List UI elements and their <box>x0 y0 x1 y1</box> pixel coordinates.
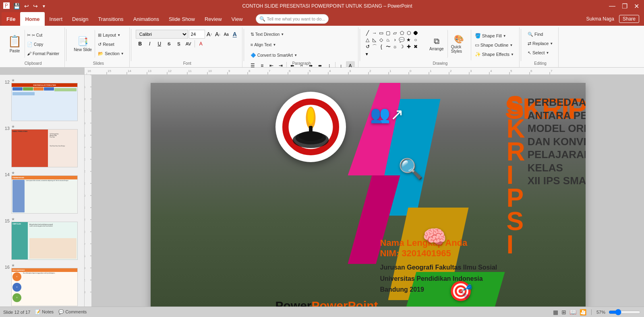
shape-trapezoid[interactable]: ⏢ <box>385 37 391 43</box>
tell-me-search[interactable]: 🔍 Tell me what you want to do... <box>256 14 329 24</box>
view-normal-icon[interactable]: ▦ <box>553 309 558 315</box>
menu-animations[interactable]: Animations <box>128 12 164 26</box>
menu-review[interactable]: Review <box>200 12 227 26</box>
slide-thumb-13[interactable]: 13 ★ HASIL PENELITIAN Uji HomogenitasAna… <box>2 124 83 168</box>
shape-triangle[interactable]: △ <box>364 37 371 43</box>
shape-diamond[interactable]: ◇ <box>378 37 385 43</box>
minimize-icon[interactable]: — <box>607 2 617 10</box>
slide-canvas[interactable]: 👥↗ 🔍 🧠 🎯 SK <box>151 83 586 307</box>
shape-rect[interactable]: ▭ <box>378 30 385 36</box>
paste-button[interactable]: 📋 Paste <box>5 30 25 58</box>
svg-text:7: 7 <box>269 69 271 73</box>
shape-rounded-rect[interactable]: ▢ <box>385 30 391 36</box>
shadow-button[interactable]: S <box>174 39 183 48</box>
section-button[interactable]: 📂 Section ▼ <box>96 49 126 58</box>
shape-connector[interactable]: ⌒ <box>371 43 378 50</box>
svg-text:7: 7 <box>85 110 85 113</box>
font-color-button[interactable]: A <box>197 39 205 48</box>
shape-curved-arrow[interactable]: ↺ <box>364 43 371 50</box>
replace-button[interactable]: ⇄ Replace ▼ <box>526 39 555 48</box>
font-name-select[interactable]: Calibri <box>136 30 188 39</box>
share-button[interactable]: Share <box>619 15 639 23</box>
menu-insert[interactable]: Insert <box>45 12 68 26</box>
format-painter-label: Format Painter <box>33 51 59 56</box>
menu-home[interactable]: Home <box>20 12 44 26</box>
menu-transitions[interactable]: Transitions <box>93 12 128 26</box>
shape-cross[interactable]: ✖ <box>412 43 419 50</box>
copy-button[interactable]: 📄 Copy <box>25 40 61 49</box>
shape-chevron[interactable]: › <box>392 37 398 43</box>
slide-star-12: ★ <box>11 78 78 82</box>
zoom-slider[interactable] <box>609 309 641 315</box>
slide-thumb-15[interactable]: 15 ★ SIMPULAN Ada perbedaan hasil pembel… <box>2 216 83 261</box>
view-presenter-icon[interactable]: 🎦 <box>580 309 586 315</box>
shape-moon[interactable]: ☽ <box>399 43 405 50</box>
shape-octagon[interactable]: ⯃ <box>412 30 419 36</box>
align-text-button[interactable]: ≡ Align Text ▼ <box>248 40 278 49</box>
restore-icon[interactable]: ❐ <box>620 2 629 10</box>
slide-thumb-16[interactable]: 16 ★ REKOMENDASI 01 02 03 Guru diharapka… <box>2 262 83 307</box>
slide-thumb-14[interactable]: 14 ★ PEMBAHASAN Lorem ipsum dolor sit am… <box>2 170 83 214</box>
font-size-increase[interactable]: A↑ <box>205 30 213 38</box>
layout-icon: ⊞ <box>98 33 101 38</box>
customize-quick-icon[interactable]: ▼ <box>41 3 47 9</box>
new-slide-button[interactable]: 📑 New Slide <box>71 30 95 58</box>
bold-button[interactable]: B <box>136 39 145 48</box>
menu-slideshow[interactable]: Slide Show <box>164 12 200 26</box>
text-direction-button[interactable]: ⇅ Text Direction ▼ <box>248 30 286 39</box>
convert-smartart-button[interactable]: 🔷 Convert to SmartArt ▼ <box>248 51 299 60</box>
slide-star-13: ★ <box>11 124 78 129</box>
shape-plus[interactable]: ✚ <box>406 43 412 50</box>
menu-file[interactable]: File <box>2 12 20 26</box>
shape-fill-button[interactable]: 🪣 Shape Fill ▼ <box>473 31 516 40</box>
save-quick-icon[interactable]: 💾 <box>12 2 21 10</box>
slides-group: 📑 New Slide ⊞ Layout ▼ ↺ Reset 📂 Section… <box>68 27 130 67</box>
main-layout: 12 ★ DIAGRAM ALUR PENELITIAN <box>0 75 644 307</box>
strikethrough-button[interactable]: S <box>165 39 174 48</box>
font-clear-format[interactable]: Aa <box>222 30 230 38</box>
format-painter-button[interactable]: 🖌 Format Painter <box>25 49 61 58</box>
font-size-input[interactable] <box>189 30 205 39</box>
close-icon[interactable]: ✕ <box>632 2 641 10</box>
notes-button[interactable]: 📝 Notes <box>35 309 54 315</box>
shape-outline-button[interactable]: ▭ Shape Outline ▼ <box>473 41 516 49</box>
reset-button[interactable]: ↺ Reset <box>96 40 126 49</box>
find-button[interactable]: 🔍 Find <box>526 30 555 39</box>
shape-line[interactable]: ╱ <box>364 30 371 36</box>
quick-styles-button[interactable]: 🎨 Quick Styles <box>448 30 470 58</box>
shape-sun[interactable]: ☼ <box>392 43 398 50</box>
user-name[interactable]: Sukma Naga <box>586 16 614 22</box>
svg-text:1: 1 <box>85 182 85 185</box>
view-slide-sorter-icon[interactable]: ⊞ <box>561 309 566 315</box>
menu-view[interactable]: View <box>227 12 248 26</box>
char-spacing-button[interactable]: AV <box>184 39 193 48</box>
tell-me-label[interactable]: Tell me what you want to do... <box>267 16 325 21</box>
shape-star[interactable]: ★ <box>406 37 412 43</box>
shape-hexagon[interactable]: ⬡ <box>406 30 412 36</box>
shape-pentagon[interactable]: ⬠ <box>399 30 405 36</box>
shape-wave[interactable]: 〜 <box>385 43 391 50</box>
view-reading-icon[interactable]: 📖 <box>569 309 576 315</box>
shape-more[interactable]: ▼ <box>364 51 369 57</box>
select-button[interactable]: ↖ Select ▼ <box>526 48 555 57</box>
shape-arrow[interactable]: → <box>371 30 378 36</box>
slide-thumb-12[interactable]: 12 ★ DIAGRAM ALUR PENELITIAN <box>2 77 83 122</box>
shape-effects-button[interactable]: ✨ Shape Effects ▼ <box>473 50 516 59</box>
font-size-decrease[interactable]: A↓ <box>214 30 222 38</box>
arrange-button[interactable]: ⧉ Arrange <box>426 30 448 58</box>
underline-button[interactable]: U <box>155 39 164 48</box>
font-color-A[interactable]: A <box>231 30 239 38</box>
italic-button[interactable]: I <box>145 39 154 48</box>
shape-right-tri[interactable]: ◺ <box>371 37 378 43</box>
redo-quick-icon[interactable]: ↪ <box>32 2 39 10</box>
shape-circle[interactable]: ○ <box>412 37 419 43</box>
nama-text: Nama Lengkap Anda <box>380 238 578 248</box>
comments-button[interactable]: 💬 Comments <box>58 309 87 315</box>
shape-callout[interactable]: 💬 <box>399 37 405 43</box>
layout-button[interactable]: ⊞ Layout ▼ <box>96 31 126 39</box>
undo-quick-icon[interactable]: ↩ <box>23 2 30 10</box>
menu-design[interactable]: Design <box>67 12 93 26</box>
shape-brace[interactable]: { <box>378 43 385 50</box>
cut-button[interactable]: ✂ ✂ Cut <box>25 31 61 39</box>
shape-parallelogram[interactable]: ▱ <box>392 30 398 36</box>
